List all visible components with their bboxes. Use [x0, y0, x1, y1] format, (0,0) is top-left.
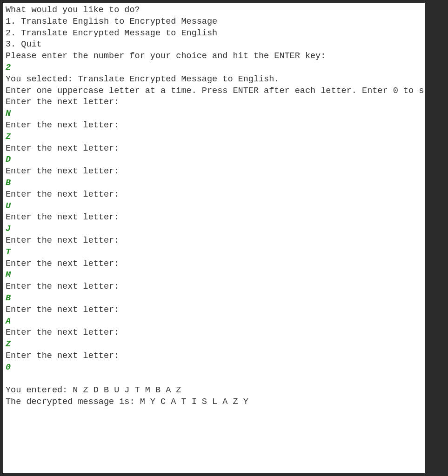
letter-input[interactable]: A: [6, 316, 422, 328]
choice-prompt: Please enter the number for your choice …: [6, 51, 422, 62]
letter-input[interactable]: Z: [6, 339, 422, 350]
letter-input[interactable]: T: [6, 247, 422, 258]
letter-input[interactable]: J: [6, 224, 422, 235]
menu-option-3: 3. Quit: [6, 39, 422, 51]
menu-option-1: 1. Translate English to Encrypted Messag…: [6, 16, 422, 28]
letter-prompt: Enter the next letter:: [6, 212, 422, 224]
letter-input[interactable]: B: [6, 293, 422, 304]
letter-input[interactable]: N: [6, 108, 422, 120]
letter-prompt: Enter the next letter:: [6, 120, 422, 132]
blank-line: [6, 374, 422, 385]
letter-prompt: Enter the next letter:: [6, 97, 422, 108]
letter-input[interactable]: U: [6, 201, 422, 212]
choice-input[interactable]: 2: [6, 62, 422, 74]
letter-prompt: Enter the next letter:: [6, 350, 422, 362]
instruction-msg: Enter one uppercase letter at a time. Pr…: [6, 86, 422, 97]
letter-prompt: Enter the next letter:: [6, 258, 422, 270]
menu-header: What would you like to do?: [6, 5, 422, 16]
letter-prompt: Enter the next letter:: [6, 235, 422, 247]
letter-input[interactable]: B: [6, 178, 422, 189]
terminal-output: What would you like to do? 1. Translate …: [3, 3, 425, 473]
letter-input[interactable]: D: [6, 154, 422, 166]
entered-summary: You entered: N Z D B U J T M B A Z: [6, 385, 422, 397]
letter-prompt: Enter the next letter:: [6, 304, 422, 316]
letter-prompt: Enter the next letter:: [6, 143, 422, 155]
letter-input[interactable]: Z: [6, 132, 422, 143]
letter-prompt: Enter the next letter:: [6, 281, 422, 293]
letter-input[interactable]: M: [6, 270, 422, 281]
decrypted-summary: The decrypted message is: M Y C A T I S …: [6, 397, 422, 408]
menu-option-2: 2. Translate Encrypted Message to Englis…: [6, 28, 422, 40]
letter-prompt: Enter the next letter:: [6, 327, 422, 339]
letter-prompt: Enter the next letter:: [6, 189, 422, 201]
letter-prompt: Enter the next letter:: [6, 166, 422, 178]
letter-input[interactable]: 0: [6, 362, 422, 374]
selected-msg: You selected: Translate Encrypted Messag…: [6, 74, 422, 86]
